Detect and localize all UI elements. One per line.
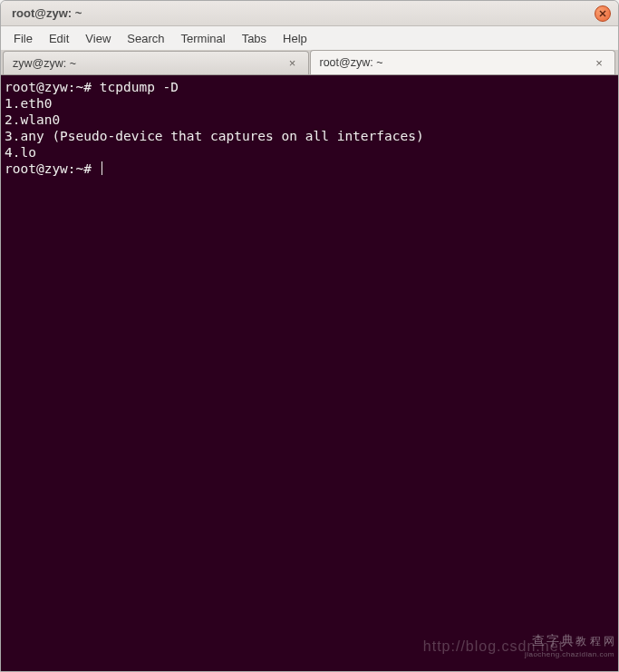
terminal-line: root@zyw:~# tcpdump -D	[5, 79, 614, 95]
watermark-brand-domain: jiaocheng.chazidian.com	[525, 650, 614, 658]
window-title: root@zyw: ~	[8, 6, 595, 20]
tab-close-icon[interactable]: ×	[593, 56, 605, 69]
tabbar: zyw@zyw: ~ × root@zyw: ~ ×	[1, 50, 618, 75]
watermark-brand-cn: 查字典	[532, 633, 575, 648]
menu-edit[interactable]: Edit	[42, 29, 76, 48]
terminal-window: root@zyw: ~ File Edit View Search Termin…	[0, 0, 619, 672]
tab-close-icon[interactable]: ×	[286, 57, 299, 70]
menu-view[interactable]: View	[78, 29, 118, 48]
terminal-prompt-line: root@zyw:~#	[5, 161, 614, 177]
terminal-line: 2.wlan0	[5, 112, 614, 128]
watermark-brand: 查字典教 程 网 jiaocheng.chazidian.com	[525, 635, 614, 660]
menu-file[interactable]: File	[6, 29, 40, 48]
window-close-button[interactable]	[595, 5, 611, 22]
terminal-line: 4.lo	[5, 144, 614, 161]
terminal-line: 1.eth0	[5, 95, 614, 112]
watermark-brand-suffix: 教 程 网	[575, 635, 614, 648]
menubar: File Edit View Search Terminal Tabs Help	[1, 26, 618, 50]
tab-label: zyw@zyw: ~	[13, 57, 281, 70]
terminal-prompt: root@zyw:~#	[5, 161, 100, 176]
terminal-line: 3.any (Pseudo-device that captures on al…	[5, 128, 614, 144]
close-icon	[599, 10, 606, 17]
menu-search[interactable]: Search	[120, 29, 171, 48]
tab-active[interactable]: root@zyw: ~ ×	[310, 50, 616, 74]
cursor-icon	[102, 161, 103, 175]
tab-label: root@zyw: ~	[320, 56, 588, 69]
menu-help[interactable]: Help	[276, 29, 314, 48]
menu-terminal[interactable]: Terminal	[174, 29, 233, 48]
titlebar[interactable]: root@zyw: ~	[1, 1, 618, 26]
menu-tabs[interactable]: Tabs	[235, 29, 274, 48]
tab-inactive[interactable]: zyw@zyw: ~ ×	[3, 51, 309, 74]
terminal-body[interactable]: root@zyw:~# tcpdump -D 1.eth0 2.wlan0 3.…	[1, 75, 618, 671]
